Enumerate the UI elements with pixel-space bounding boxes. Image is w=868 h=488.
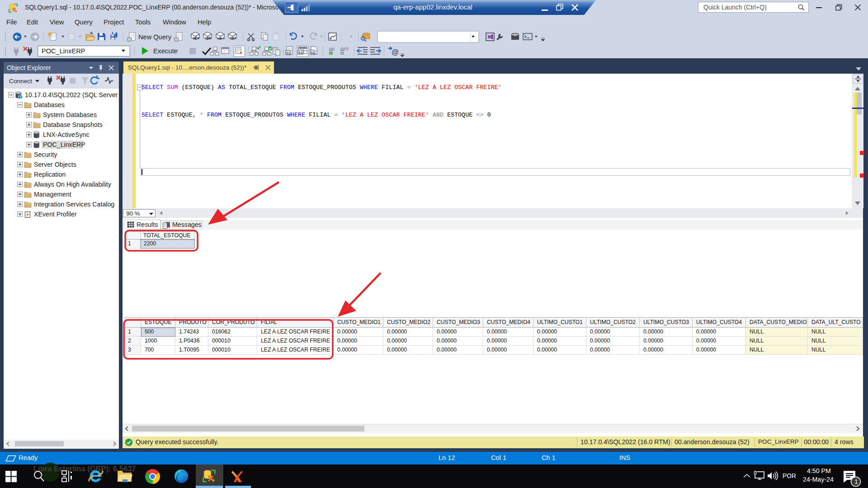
svg-text:DAX: DAX xyxy=(230,37,236,40)
svg-text:?: ? xyxy=(19,95,22,99)
svg-text:MDX: MDX xyxy=(193,37,200,40)
svg-text:?: ? xyxy=(346,47,349,52)
svg-text:XMLA: XMLA xyxy=(217,37,225,40)
svg-text:DMX: DMX xyxy=(205,37,212,40)
svg-text:01: 01 xyxy=(287,51,290,55)
svg-text:@: @ xyxy=(392,48,399,56)
svg-text:01: 01 xyxy=(311,51,315,55)
svg-text:01: 01 xyxy=(299,51,302,55)
svg-text:1: 1 xyxy=(854,478,858,485)
